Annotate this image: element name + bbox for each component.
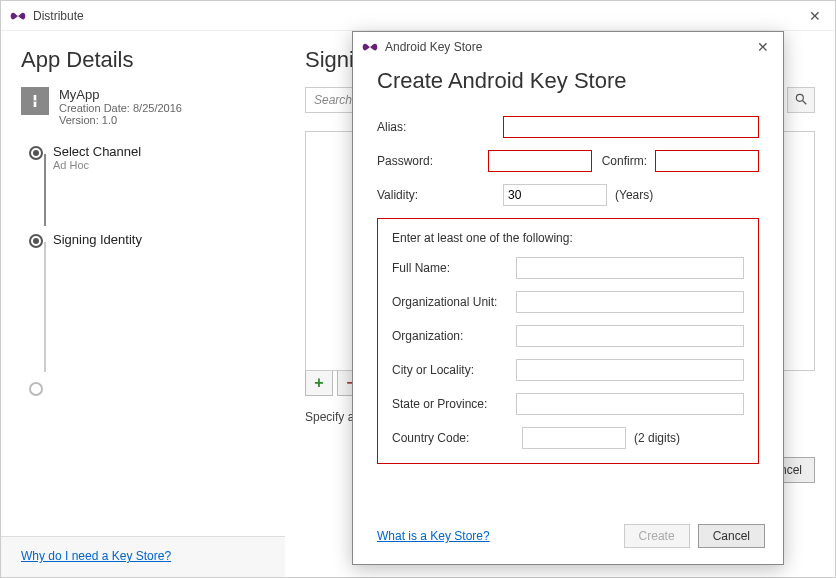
step-label: Signing Identity — [53, 232, 265, 247]
city-input[interactable] — [516, 359, 745, 381]
what-is-key-store-link[interactable]: What is a Key Store? — [377, 529, 616, 543]
step-future — [29, 380, 265, 408]
distribute-window: Distribute ✕ App Details MyApp Creation … — [0, 0, 836, 578]
org-input[interactable] — [516, 325, 745, 347]
search-button[interactable] — [787, 87, 815, 113]
step-bullet-current-icon — [29, 234, 43, 248]
fullname-input[interactable] — [516, 257, 745, 279]
close-icon[interactable]: ✕ — [803, 8, 827, 24]
cancel-button[interactable]: Cancel — [698, 524, 765, 548]
step-select-channel[interactable]: Select Channel Ad Hoc — [29, 144, 265, 172]
state-label: State or Province: — [392, 397, 516, 411]
creation-date: Creation Date: 8/25/2016 — [59, 102, 182, 114]
password-input[interactable] — [488, 150, 592, 172]
android-key-store-dialog: Android Key Store ✕ Create Android Key S… — [352, 31, 784, 565]
state-input[interactable] — [516, 393, 745, 415]
fullname-label: Full Name: — [392, 261, 516, 275]
alias-input[interactable] — [503, 116, 759, 138]
svg-rect-2 — [34, 100, 37, 101]
validity-suffix: (Years) — [615, 188, 653, 202]
orgunit-input[interactable] — [516, 291, 745, 313]
country-code-input[interactable] — [522, 427, 626, 449]
cc-suffix: (2 digits) — [634, 431, 680, 445]
step-bullet-empty-icon — [29, 382, 43, 396]
validity-label: Validity: — [377, 188, 503, 202]
orgunit-label: Organizational Unit: — [392, 295, 516, 309]
titlebar: Distribute ✕ — [1, 1, 835, 31]
password-label: Password: — [377, 154, 488, 168]
validity-input[interactable] — [503, 184, 607, 206]
cc-label: Country Code: — [392, 431, 522, 445]
vs-icon — [9, 7, 27, 25]
svg-point-3 — [796, 94, 803, 101]
why-key-store-link[interactable]: Why do I need a Key Store? — [21, 549, 171, 563]
left-panel: App Details MyApp Creation Date: 8/25/20… — [1, 31, 285, 577]
dialog-close-icon[interactable]: ✕ — [751, 39, 775, 55]
identity-fields-group: Enter at least one of the following: Ful… — [377, 218, 759, 464]
org-label: Organization: — [392, 329, 516, 343]
left-footer: Why do I need a Key Store? — [1, 536, 285, 577]
dialog-title: Android Key Store — [385, 40, 751, 54]
archive-icon — [21, 87, 49, 115]
create-button[interactable]: Create — [624, 524, 690, 548]
step-label: Select Channel — [53, 144, 265, 159]
app-details-heading: App Details — [21, 47, 265, 73]
step-signing-identity[interactable]: Signing Identity — [29, 232, 265, 260]
window-title: Distribute — [33, 9, 803, 23]
step-sublabel: Ad Hoc — [53, 159, 265, 171]
confirm-password-input[interactable] — [655, 150, 759, 172]
app-version: Version: 1.0 — [59, 114, 182, 126]
svg-line-4 — [803, 100, 807, 104]
confirm-label: Confirm: — [602, 154, 647, 168]
app-name: MyApp — [59, 87, 182, 102]
add-identity-button[interactable]: + — [305, 370, 333, 396]
wizard-steps: Select Channel Ad Hoc Signing Identity — [21, 144, 265, 408]
group-header: Enter at least one of the following: — [392, 231, 744, 245]
dialog-heading: Create Android Key Store — [377, 68, 759, 94]
vs-icon — [361, 38, 379, 56]
alias-label: Alias: — [377, 120, 503, 134]
app-summary: MyApp Creation Date: 8/25/2016 Version: … — [21, 87, 265, 126]
city-label: City or Locality: — [392, 363, 516, 377]
step-bullet-done-icon — [29, 146, 43, 160]
search-icon — [794, 92, 808, 109]
